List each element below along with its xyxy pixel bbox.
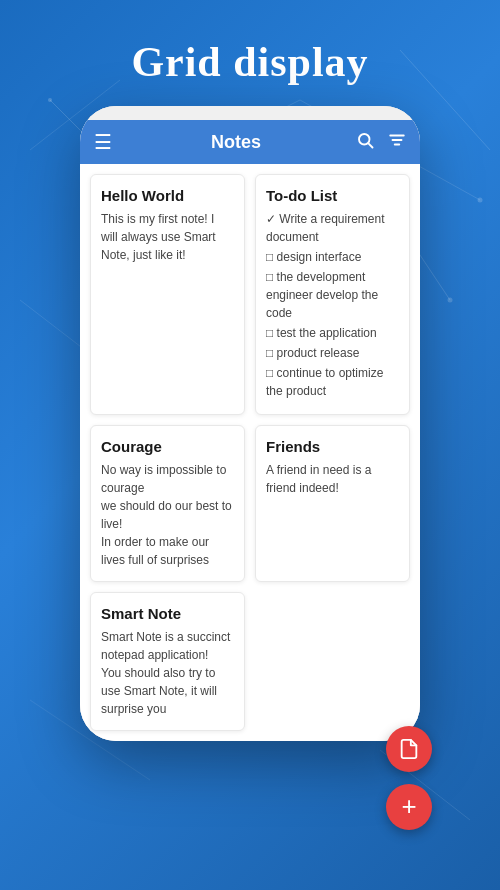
note-title: Hello World bbox=[101, 187, 234, 204]
notes-grid: Hello World This is my first note! I wil… bbox=[80, 164, 420, 741]
note-title: Smart Note bbox=[101, 605, 234, 622]
svg-point-16 bbox=[448, 298, 453, 303]
note-hello-world[interactable]: Hello World This is my first note! I wil… bbox=[90, 174, 245, 415]
app-title: Notes bbox=[126, 132, 346, 153]
plus-icon: + bbox=[401, 793, 416, 819]
note-title: To-do List bbox=[266, 187, 399, 204]
svg-line-18 bbox=[368, 143, 372, 147]
fab-container: + bbox=[386, 726, 432, 830]
app-bar-actions bbox=[356, 131, 406, 154]
new-note-fab[interactable] bbox=[386, 726, 432, 772]
menu-icon[interactable]: ☰ bbox=[94, 130, 112, 154]
note-title: Courage bbox=[101, 438, 234, 455]
phone-status-bar bbox=[80, 106, 420, 120]
svg-point-14 bbox=[478, 198, 483, 203]
search-icon[interactable] bbox=[356, 131, 374, 154]
phone-mockup: ☰ Notes Hello World This is my fir bbox=[80, 106, 420, 741]
note-smart-note[interactable]: Smart Note Smart Note is a succinct note… bbox=[90, 592, 245, 731]
app-bar: ☰ Notes bbox=[80, 120, 420, 164]
note-body: No way is impossible to couragewe should… bbox=[101, 461, 234, 569]
note-body: A friend in need is a friend indeed! bbox=[266, 461, 399, 497]
note-courage[interactable]: Courage No way is impossible to couragew… bbox=[90, 425, 245, 582]
page-title: Grid display bbox=[0, 0, 500, 106]
note-title: Friends bbox=[266, 438, 399, 455]
note-body: ✓ Write a requirement document □ design … bbox=[266, 210, 399, 400]
filter-icon[interactable] bbox=[388, 131, 406, 154]
note-body: This is my first note! I will always use… bbox=[101, 210, 234, 264]
note-todo-list[interactable]: To-do List ✓ Write a requirement documen… bbox=[255, 174, 410, 415]
add-fab[interactable]: + bbox=[386, 784, 432, 830]
note-body: Smart Note is a succinct notepad applica… bbox=[101, 628, 234, 718]
note-friends[interactable]: Friends A friend in need is a friend ind… bbox=[255, 425, 410, 582]
